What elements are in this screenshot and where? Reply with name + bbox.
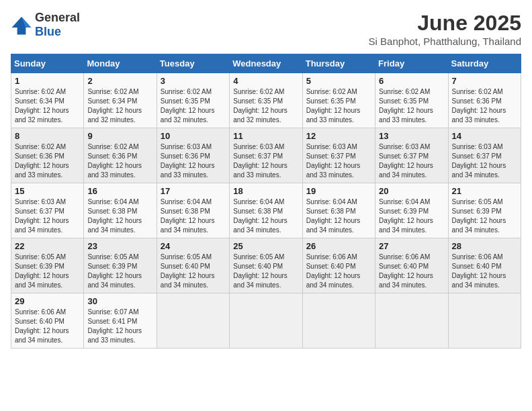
day-info: Sunrise: 6:04 AM Sunset: 6:38 PM Dayligh…: [161, 197, 226, 235]
day-cell: 2Sunrise: 6:02 AM Sunset: 6:34 PM Daylig…: [84, 73, 157, 128]
day-info: Sunrise: 6:04 AM Sunset: 6:38 PM Dayligh…: [233, 197, 298, 235]
day-number: 28: [452, 241, 517, 251]
week-row-2: 8Sunrise: 6:02 AM Sunset: 6:36 PM Daylig…: [11, 128, 521, 183]
day-number: 12: [306, 131, 371, 141]
day-cell: 29Sunrise: 6:06 AM Sunset: 6:40 PM Dayli…: [11, 293, 84, 349]
day-cell: [230, 293, 302, 349]
day-number: 25: [233, 241, 298, 251]
day-number: 1: [15, 76, 80, 86]
day-header-friday: Friday: [375, 54, 448, 73]
day-header-wednesday: Wednesday: [230, 54, 302, 73]
day-info: Sunrise: 6:05 AM Sunset: 6:39 PM Dayligh…: [15, 253, 80, 290]
day-number: 2: [87, 76, 152, 86]
week-row-1: 1Sunrise: 6:02 AM Sunset: 6:34 PM Daylig…: [11, 73, 521, 128]
day-info: Sunrise: 6:06 AM Sunset: 6:40 PM Dayligh…: [452, 253, 517, 290]
day-number: 10: [161, 131, 226, 141]
day-number: 20: [379, 186, 444, 196]
day-cell: 30Sunrise: 6:07 AM Sunset: 6:41 PM Dayli…: [84, 293, 157, 349]
day-number: 8: [15, 131, 80, 141]
day-cell: 28Sunrise: 6:06 AM Sunset: 6:40 PM Dayli…: [448, 238, 521, 293]
day-info: Sunrise: 6:02 AM Sunset: 6:36 PM Dayligh…: [452, 87, 517, 125]
day-info: Sunrise: 6:04 AM Sunset: 6:38 PM Dayligh…: [306, 197, 371, 235]
day-info: Sunrise: 6:05 AM Sunset: 6:40 PM Dayligh…: [233, 253, 298, 290]
logo-blue-text: Blue: [35, 25, 61, 38]
title-area: June 2025 Si Banphot, Phatthalung, Thail…: [369, 11, 521, 47]
day-info: Sunrise: 6:02 AM Sunset: 6:36 PM Dayligh…: [15, 142, 80, 180]
day-info: Sunrise: 6:02 AM Sunset: 6:35 PM Dayligh…: [306, 87, 371, 125]
day-number: 26: [306, 241, 371, 251]
day-number: 29: [15, 296, 80, 306]
day-number: 27: [379, 241, 444, 251]
day-info: Sunrise: 6:02 AM Sunset: 6:36 PM Dayligh…: [87, 142, 152, 180]
day-number: 24: [161, 241, 226, 251]
page-header: General Blue June 2025 Si Banphot, Phatt…: [11, 11, 521, 47]
day-number: 7: [452, 76, 517, 86]
day-header-sunday: Sunday: [11, 54, 84, 73]
day-cell: 18Sunrise: 6:04 AM Sunset: 6:38 PM Dayli…: [230, 183, 302, 238]
day-cell: 9Sunrise: 6:02 AM Sunset: 6:36 PM Daylig…: [84, 128, 157, 183]
day-info: Sunrise: 6:02 AM Sunset: 6:34 PM Dayligh…: [87, 87, 152, 125]
day-info: Sunrise: 6:05 AM Sunset: 6:39 PM Dayligh…: [452, 197, 517, 235]
day-info: Sunrise: 6:05 AM Sunset: 6:40 PM Dayligh…: [161, 253, 226, 290]
day-info: Sunrise: 6:05 AM Sunset: 6:39 PM Dayligh…: [87, 253, 152, 290]
day-cell: 8Sunrise: 6:02 AM Sunset: 6:36 PM Daylig…: [11, 128, 84, 183]
day-info: Sunrise: 6:06 AM Sunset: 6:40 PM Dayligh…: [15, 308, 80, 345]
day-info: Sunrise: 6:06 AM Sunset: 6:40 PM Dayligh…: [379, 253, 444, 290]
day-cell: 3Sunrise: 6:02 AM Sunset: 6:35 PM Daylig…: [157, 73, 229, 128]
day-cell: 21Sunrise: 6:05 AM Sunset: 6:39 PM Dayli…: [448, 183, 521, 238]
day-cell: 16Sunrise: 6:04 AM Sunset: 6:38 PM Dayli…: [84, 183, 157, 238]
day-cell: 4Sunrise: 6:02 AM Sunset: 6:35 PM Daylig…: [230, 73, 302, 128]
day-cell: 19Sunrise: 6:04 AM Sunset: 6:38 PM Dayli…: [302, 183, 375, 238]
day-number: 11: [233, 131, 298, 141]
calendar-title: June 2025: [369, 11, 521, 36]
day-number: 18: [233, 186, 298, 196]
day-cell: 1Sunrise: 6:02 AM Sunset: 6:34 PM Daylig…: [11, 73, 84, 128]
day-number: 15: [15, 186, 80, 196]
day-cell: 24Sunrise: 6:05 AM Sunset: 6:40 PM Dayli…: [157, 238, 229, 293]
day-cell: 23Sunrise: 6:05 AM Sunset: 6:39 PM Dayli…: [84, 238, 157, 293]
day-header-monday: Monday: [84, 54, 157, 73]
day-cell: 6Sunrise: 6:02 AM Sunset: 6:35 PM Daylig…: [375, 73, 448, 128]
day-header-thursday: Thursday: [302, 54, 375, 73]
logo: General Blue: [11, 11, 80, 39]
day-number: 14: [452, 131, 517, 141]
day-info: Sunrise: 6:04 AM Sunset: 6:38 PM Dayligh…: [87, 197, 152, 235]
day-number: 6: [379, 76, 444, 86]
day-info: Sunrise: 6:02 AM Sunset: 6:34 PM Dayligh…: [15, 87, 80, 125]
day-number: 17: [161, 186, 226, 196]
calendar-table: SundayMondayTuesdayWednesdayThursdayFrid…: [11, 54, 521, 349]
day-info: Sunrise: 6:03 AM Sunset: 6:37 PM Dayligh…: [306, 142, 371, 180]
day-number: 16: [87, 186, 152, 196]
day-number: 5: [306, 76, 371, 86]
day-cell: 15Sunrise: 6:03 AM Sunset: 6:37 PM Dayli…: [11, 183, 84, 238]
day-number: 4: [233, 76, 298, 86]
day-number: 22: [15, 241, 80, 251]
calendar-subtitle: Si Banphot, Phatthalung, Thailand: [369, 36, 521, 47]
day-cell: 20Sunrise: 6:04 AM Sunset: 6:39 PM Dayli…: [375, 183, 448, 238]
day-cell: 7Sunrise: 6:02 AM Sunset: 6:36 PM Daylig…: [448, 73, 521, 128]
week-row-4: 22Sunrise: 6:05 AM Sunset: 6:39 PM Dayli…: [11, 238, 521, 293]
day-info: Sunrise: 6:03 AM Sunset: 6:37 PM Dayligh…: [233, 142, 298, 180]
day-cell: 25Sunrise: 6:05 AM Sunset: 6:40 PM Dayli…: [230, 238, 302, 293]
day-cell: 13Sunrise: 6:03 AM Sunset: 6:37 PM Dayli…: [375, 128, 448, 183]
day-cell: 11Sunrise: 6:03 AM Sunset: 6:37 PM Dayli…: [230, 128, 302, 183]
day-number: 3: [161, 76, 226, 86]
day-info: Sunrise: 6:03 AM Sunset: 6:37 PM Dayligh…: [15, 197, 80, 235]
day-number: 21: [452, 186, 517, 196]
day-info: Sunrise: 6:02 AM Sunset: 6:35 PM Dayligh…: [233, 87, 298, 125]
day-cell: 27Sunrise: 6:06 AM Sunset: 6:40 PM Dayli…: [375, 238, 448, 293]
day-info: Sunrise: 6:02 AM Sunset: 6:35 PM Dayligh…: [161, 87, 226, 125]
day-cell: [448, 293, 521, 349]
day-cell: [157, 293, 229, 349]
day-cell: 22Sunrise: 6:05 AM Sunset: 6:39 PM Dayli…: [11, 238, 84, 293]
day-info: Sunrise: 6:07 AM Sunset: 6:41 PM Dayligh…: [87, 308, 152, 345]
day-cell: [375, 293, 448, 349]
day-cell: 14Sunrise: 6:03 AM Sunset: 6:37 PM Dayli…: [448, 128, 521, 183]
day-number: 9: [87, 131, 152, 141]
day-info: Sunrise: 6:06 AM Sunset: 6:40 PM Dayligh…: [306, 253, 371, 290]
header-row: SundayMondayTuesdayWednesdayThursdayFrid…: [11, 54, 521, 73]
day-cell: 17Sunrise: 6:04 AM Sunset: 6:38 PM Dayli…: [157, 183, 229, 238]
day-header-tuesday: Tuesday: [157, 54, 229, 73]
day-number: 19: [306, 186, 371, 196]
day-info: Sunrise: 6:04 AM Sunset: 6:39 PM Dayligh…: [379, 197, 444, 235]
